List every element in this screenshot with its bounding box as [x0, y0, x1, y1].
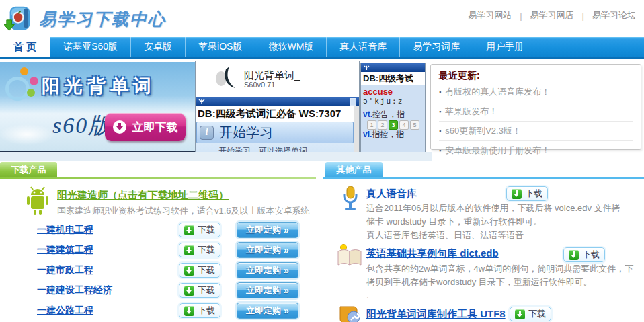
product-row: 一建建筑工程 下载 立即定购»: [0, 242, 316, 260]
main-nav: 首 页 诺基亚S60版 安卓版 苹果iOS版 微软WM版 真人语音库 易学习词库…: [0, 37, 644, 59]
menu-selected-row: i 开始学习: [196, 122, 354, 143]
page-number[interactable]: 5: [410, 120, 419, 130]
microphone-icon: [340, 186, 360, 215]
backpack-download-icon: [4, 2, 35, 36]
download-button[interactable]: 下载: [179, 283, 220, 298]
nav-word-library[interactable]: 易学习词库: [399, 37, 473, 57]
scrollbar: [354, 106, 359, 157]
page-number-active[interactable]: 3: [389, 120, 398, 130]
chevron-right-icon: »: [284, 305, 289, 316]
nav-nokia-s60[interactable]: 诺基亚S60版: [50, 37, 130, 57]
app-screenshot-main: 阳光背单词_ S60v0.71 DB:四级考试词汇必备 WS:7307 i 开始…: [195, 61, 360, 157]
download-arrow-icon: [184, 266, 194, 276]
product-link[interactable]: 一建建设工程经济: [37, 284, 112, 296]
order-button[interactable]: 立即定购»: [237, 262, 298, 278]
other-product-link[interactable]: 真人语音库: [366, 188, 417, 200]
update-item[interactable]: ▪ 安卓版最新使用手册发布！: [439, 141, 633, 160]
header: 易学习下载中心 易学习网站 | 易学习网店 | 易学习论坛: [0, 0, 644, 37]
word-definition: vt.控告，指: [363, 110, 425, 120]
product-row: 一建机电工程 下载 立即定购»: [0, 222, 316, 240]
site-title: 易学习下载中心: [39, 8, 166, 30]
banner-title: 阳光背单词: [42, 74, 156, 98]
download-button[interactable]: 下载: [179, 223, 220, 237]
section-underline: [0, 177, 316, 179]
banner-subtitle: s60版: [52, 110, 112, 141]
page-number[interactable]: 4: [399, 120, 409, 130]
order-button[interactable]: 立即定购»: [237, 282, 298, 298]
other-product-desc: 适合2011年06月以后版本的软件使用，下载后将 voice.edv 文件拷 储…: [366, 202, 620, 242]
update-item[interactable]: ▪ s60更新到V2.3版！: [439, 122, 633, 141]
link-shop[interactable]: 易学习网店: [530, 9, 574, 22]
product-row: 一建公路工程 下载 立即定购»: [0, 303, 316, 321]
top-links: 易学习网站 | 易学习网店 | 易学习论坛: [468, 9, 636, 22]
update-item[interactable]: ▪ 有版权的真人语音库发布！: [439, 83, 633, 102]
nav-voice-library[interactable]: 真人语音库: [326, 37, 399, 57]
download-arrow-icon: [512, 189, 522, 199]
info-icon: i: [200, 126, 214, 140]
battery-icon: [350, 98, 356, 106]
signal-antenna-icon: [364, 65, 370, 71]
page-number[interactable]: 1: [367, 120, 376, 130]
download-button[interactable]: 下载: [506, 186, 548, 201]
word-definition: vi.指控，指: [363, 130, 425, 140]
product-link[interactable]: 一建建筑工程: [37, 244, 93, 256]
nav-home[interactable]: 首 页: [0, 37, 50, 57]
product-row: 一建市政工程 下载 立即定购»: [0, 262, 316, 280]
chevron-right-icon: »: [284, 265, 289, 276]
site-logo[interactable]: 易学习下载中心: [4, 2, 166, 36]
link-forum[interactable]: 易学习论坛: [592, 9, 636, 22]
tab-other-products[interactable]: 其他产品: [325, 162, 383, 177]
other-product-link[interactable]: 阳光背单词词库制作工具 UTF8: [366, 308, 506, 321]
app-logo-icon: [214, 65, 237, 93]
download-button[interactable]: 下载: [510, 307, 551, 321]
app-screenshot-word: DB:四级考试 accuse ə'kju:z vt.控告，指 1 2 3 4 5…: [360, 63, 426, 157]
app-name: 阳光背单词_: [244, 69, 300, 81]
bullet-icon: ▪: [439, 128, 441, 134]
nav-android[interactable]: 安卓版: [130, 37, 185, 57]
download-now-button[interactable]: 立即下载: [105, 113, 186, 141]
download-arrow-icon: [113, 120, 126, 134]
download-arrow-icon: [184, 306, 194, 316]
other-product-link[interactable]: 英语基础共享例句库 dict.edb: [366, 247, 499, 260]
order-button[interactable]: 立即定购»: [237, 303, 298, 319]
banner-bottom-strip: [0, 152, 432, 161]
product-link[interactable]: 一建公路工程: [37, 305, 93, 317]
tab-download-products[interactable]: 下载产品: [0, 162, 57, 177]
product-link[interactable]: 一建机电工程: [37, 224, 93, 236]
phone-statusbar: [361, 63, 425, 72]
product-title-builder[interactable]: 阳光建造师（点击有下载地址二维码）: [57, 189, 229, 202]
bullet-icon: ▪: [439, 89, 441, 95]
toolbook-icon: [338, 304, 362, 322]
nav-apple-ios[interactable]: 苹果iOS版: [185, 37, 255, 57]
link-separator: |: [582, 11, 584, 21]
download-button[interactable]: 下载: [179, 243, 220, 257]
page: 易学习下载中心 易学习网站 | 易学习网店 | 易学习论坛 首 页 诺基亚S60…: [0, 0, 644, 322]
word-phonetic: ə'kju:z: [363, 97, 425, 106]
db-status-line: DB:四级考试词汇必备 WS:7307: [196, 106, 359, 121]
chevron-right-icon: »: [284, 245, 289, 255]
download-button[interactable]: 下载: [179, 303, 220, 318]
download-button[interactable]: 下载: [563, 247, 605, 262]
db-status-line: DB:四级考试: [361, 72, 425, 85]
banner-decoration-icon: [5, 77, 30, 101]
chevron-right-icon: »: [284, 225, 289, 235]
update-item[interactable]: ▪ 苹果版发布！: [439, 102, 633, 122]
bullet-icon: ▪: [439, 108, 441, 115]
nav-windows-mobile[interactable]: 微软WM版: [255, 37, 326, 57]
nav-user-manual[interactable]: 用户手册: [473, 37, 536, 57]
download-arrow-icon: [184, 286, 194, 296]
link-website[interactable]: 易学习网站: [468, 9, 512, 22]
pagination: 1 2 3 4 5: [367, 120, 425, 130]
section-underline: [323, 177, 644, 179]
order-button[interactable]: 立即定购»: [237, 242, 298, 258]
download-button[interactable]: 下载: [179, 263, 220, 278]
order-button[interactable]: 立即定购»: [237, 222, 298, 238]
download-arrow-icon: [184, 225, 194, 235]
open-book-icon: [335, 243, 364, 270]
page-number[interactable]: 2: [378, 120, 387, 130]
bullet-icon: ▪: [439, 147, 441, 154]
product-desc: 国家建造师职业资格考试练习软件，适合v1.6及以上版本安卓系统: [57, 205, 310, 217]
product-link[interactable]: 一建市政工程: [37, 264, 93, 276]
banner-decoration-icon: [20, 67, 28, 75]
download-arrow-icon: [569, 250, 579, 260]
